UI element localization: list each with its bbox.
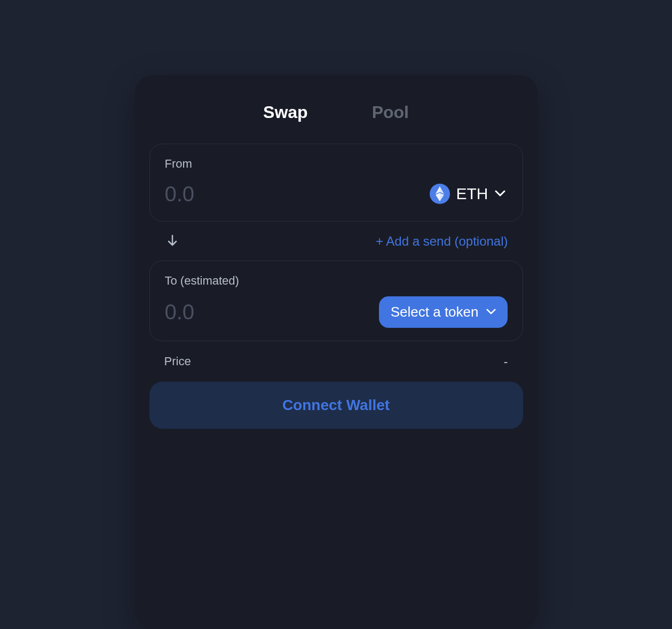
to-token-selector[interactable]: Select a token bbox=[379, 296, 508, 328]
middle-row: + Add a send (optional) bbox=[149, 222, 523, 261]
tabs-container: Swap Pool bbox=[149, 90, 523, 144]
price-label: Price bbox=[164, 355, 191, 368]
arrow-down-icon bbox=[167, 240, 178, 248]
from-panel: From ETH bbox=[149, 144, 523, 222]
swap-card: Swap Pool From ETH bbox=[135, 75, 538, 629]
to-input-row: Select a token bbox=[165, 296, 508, 328]
from-token-symbol: ETH bbox=[456, 185, 488, 203]
from-amount-input[interactable] bbox=[165, 182, 336, 206]
tab-swap[interactable]: Swap bbox=[263, 103, 308, 122]
swap-direction-button[interactable] bbox=[164, 232, 180, 250]
connect-wallet-button[interactable]: Connect Wallet bbox=[149, 382, 523, 429]
eth-icon bbox=[430, 184, 450, 204]
add-send-button[interactable]: + Add a send (optional) bbox=[376, 234, 508, 249]
tab-pool[interactable]: Pool bbox=[372, 103, 409, 122]
to-label: To (estimated) bbox=[165, 274, 508, 288]
chevron-down-icon bbox=[495, 190, 505, 198]
select-token-label: Select a token bbox=[391, 304, 479, 320]
to-panel: To (estimated) Select a token bbox=[149, 261, 523, 341]
to-amount-input[interactable] bbox=[165, 300, 336, 324]
chevron-down-icon bbox=[486, 308, 496, 316]
from-label: From bbox=[165, 157, 508, 171]
price-value: - bbox=[504, 354, 508, 369]
from-token-selector[interactable]: ETH bbox=[428, 179, 508, 208]
from-input-row: ETH bbox=[165, 179, 508, 208]
price-row: Price - bbox=[149, 341, 523, 382]
